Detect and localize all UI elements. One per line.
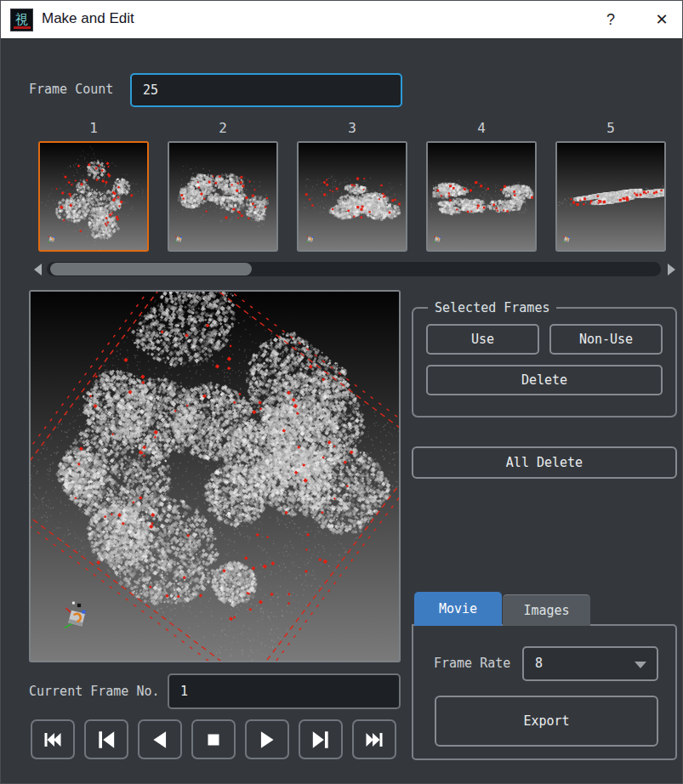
tab-movie[interactable]: Movie [414,592,502,626]
stop-icon [203,730,224,750]
help-button[interactable]: ? [592,1,629,38]
thumbnail-3-render [299,143,406,250]
skip-last-icon [362,730,386,750]
skip-first-icon [41,730,65,750]
thumbnail-frame-2[interactable]: 2 [168,141,278,252]
app-icon-red-strip [14,26,31,29]
next-frame-button[interactable] [299,719,343,759]
tab-images[interactable]: Images [503,594,590,626]
app-icon: 視 [10,9,33,31]
thumbnail-scrollbar-track[interactable] [47,262,661,276]
skip-first-button[interactable] [31,719,75,759]
thumbnail-frame-3[interactable]: 3 [297,141,407,252]
selected-frames-legend: Selected Frames [428,300,556,315]
thumbnail-scrollbar-thumb[interactable] [50,263,252,276]
thumbnail-frame-1[interactable]: 1 [38,141,149,252]
thumbnail-3-number: 3 [299,120,406,136]
chevron-down-icon [635,662,646,668]
frame-rate-value: 8 [535,656,543,671]
scroll-left-arrow-icon[interactable] [34,264,42,276]
frame-count-label: Frame Count [29,82,113,97]
dialog-body: Frame Count 1 2 3 4 5 [1,39,683,784]
window-title: Make and Edit [42,10,134,27]
next-frame-icon [309,729,333,751]
thumbnail-4-render [428,143,535,250]
titlebar: 視 Make and Edit ? ✕ [1,1,682,39]
play-reverse-button[interactable] [138,719,182,759]
prev-frame-button[interactable] [84,719,128,759]
delete-button[interactable]: Delete [426,365,663,395]
thumbnail-frame-5[interactable]: 5 [555,141,666,252]
thumbnail-2-number: 2 [169,120,276,136]
thumbnail-5-render [557,143,664,250]
scroll-right-arrow-icon[interactable] [668,264,675,276]
stop-button[interactable] [191,719,236,759]
close-button[interactable]: ✕ [643,1,680,38]
movie-panel: Frame Rate 8 Export [412,624,677,760]
non-use-button[interactable]: Non-Use [549,324,663,355]
current-frame-input[interactable] [168,673,401,709]
thumbnail-1-number: 1 [40,120,147,136]
play-icon [256,729,278,751]
thumbnail-frame-4[interactable]: 4 [426,141,537,252]
use-button[interactable]: Use [426,324,539,355]
selected-frames-group: Selected Frames Use Non-Use Delete [412,300,677,418]
preview-render [31,292,399,661]
prev-frame-icon [94,729,118,751]
preview-viewport[interactable] [29,290,401,662]
thumbnail-4-number: 4 [428,120,535,136]
make-and-edit-dialog: 視 Make and Edit ? ✕ Frame Count 1 2 3 4 … [0,0,683,784]
all-delete-button[interactable]: All Delete [412,446,677,479]
play-button[interactable] [245,719,289,759]
current-frame-label: Current Frame No. [29,684,160,699]
export-button[interactable]: Export [435,696,658,747]
app-icon-glyph: 視 [15,12,28,27]
thumbnail-1-render [40,143,147,250]
play-reverse-icon [149,729,171,751]
skip-last-button[interactable] [352,719,396,759]
frame-count-input[interactable] [130,73,402,107]
frame-rate-select[interactable]: 8 [522,646,658,681]
thumbnail-5-number: 5 [557,120,664,136]
thumbnail-2-render [169,143,276,250]
frame-rate-label: Frame Rate [434,656,510,671]
